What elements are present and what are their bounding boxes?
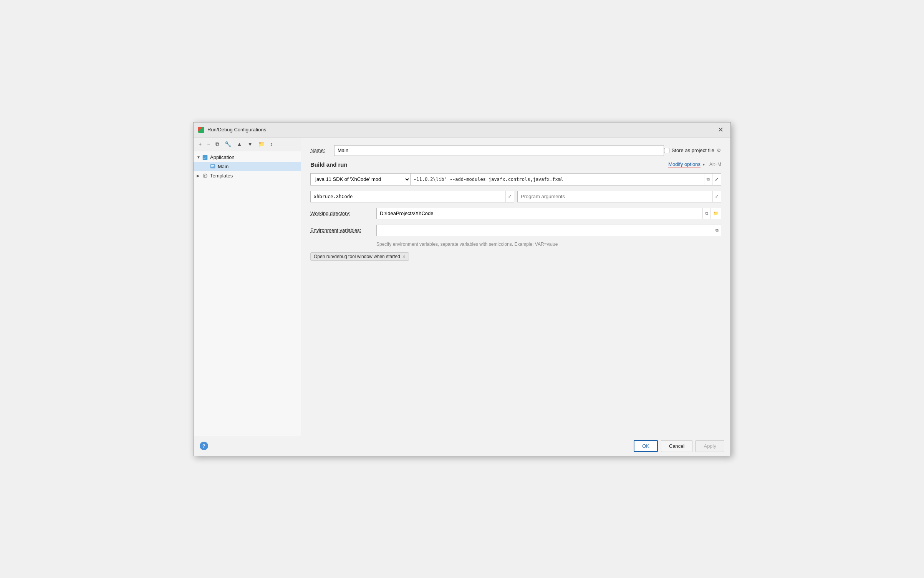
build-run-header-row: Build and run Modify options ▾ Alt+M [310,161,721,168]
main-class-expand-button[interactable]: ⤢ [505,191,514,202]
env-vars-input[interactable] [377,225,713,236]
toggle-application[interactable]: ▼ [197,155,202,159]
open-tool-window-chip: Open run/debug tool window when started … [310,252,409,261]
config-tree: ▼ J Application [194,151,301,436]
store-project-area: Store as project file ⚙ [664,147,721,153]
build-run-label: Build and run [310,161,348,168]
jvm-args-input[interactable] [411,174,704,185]
help-button[interactable]: ? [200,442,208,450]
templates-icon [202,173,208,179]
svg-rect-3 [211,165,214,166]
main-config-icon [210,164,216,170]
env-vars-container: ⧉ [376,225,721,236]
main-label: Main [218,164,229,169]
name-field-label: Name: [310,147,330,153]
jvm-sdk-row: java 11 SDK of 'XhCode' mod ⧉ ⤢ [310,173,721,185]
chip-remove-button[interactable]: × [402,254,406,259]
settings-config-button[interactable]: 🔧 [223,140,233,148]
main-class-container: ⤢ [310,191,514,202]
cancel-button[interactable]: Cancel [661,440,692,452]
dialog-title: Run/Debug Configurations [207,127,266,132]
tree-node-templates[interactable]: ▶ Templates [194,171,301,181]
jvm-sdk-select[interactable]: java 11 SDK of 'XhCode' mod [311,174,411,185]
store-project-checkbox[interactable] [664,148,669,153]
folder-button[interactable]: 📁 [256,140,267,148]
action-buttons: OK Cancel Apply [634,440,724,452]
close-button[interactable]: ✕ [715,126,726,134]
store-gear-icon[interactable]: ⚙ [717,147,721,153]
chip-label: Open run/debug tool window when started [314,254,400,259]
title-bar: Run/Debug Configurations ✕ [194,123,730,137]
app-icon [198,127,204,133]
store-project-label: Store as project file [672,147,714,153]
env-vars-label: Environment variables: [310,227,372,233]
class-args-row: ⤢ ⤢ [310,191,721,202]
main-class-input[interactable] [311,191,505,202]
left-toolbar: + − ⧉ 🔧 ▲ ▼ 📁 ↕ [194,137,301,151]
move-up-button[interactable]: ▲ [235,140,244,148]
working-dir-browse-button[interactable]: 📁 [710,208,721,219]
tree-node-application[interactable]: ▼ J Application [194,153,301,162]
modify-options-row: Modify options ▾ Alt+M [668,161,721,167]
working-dir-row: Working directory: ⧉ 📁 [310,208,721,219]
remove-config-button[interactable]: − [205,140,212,148]
tree-node-main[interactable]: Main [194,162,301,171]
sort-button[interactable]: ↕ [268,140,275,148]
jvm-args-expand-button[interactable]: ⤢ [712,174,721,185]
title-bar-left: Run/Debug Configurations [198,127,266,133]
toggle-templates[interactable]: ▶ [197,174,202,178]
application-label: Application [210,154,235,160]
right-panel: Name: Store as project file ⚙ Build and … [301,137,730,436]
svg-rect-4 [211,166,214,167]
move-down-button[interactable]: ▼ [245,140,255,148]
working-dir-input[interactable] [377,208,702,219]
name-store-row: Name: Store as project file ⚙ [310,145,721,156]
env-vars-expand-button[interactable]: ⧉ [713,225,721,236]
program-args-container: ⤢ [517,191,721,202]
apply-button[interactable]: Apply [695,440,724,452]
copy-config-button[interactable]: ⧉ [214,140,221,149]
ok-button[interactable]: OK [634,440,658,452]
program-args-expand-button[interactable]: ⤢ [712,191,721,202]
working-dir-container: ⧉ 📁 [376,208,721,219]
env-vars-row: Environment variables: ⧉ [310,225,721,236]
add-config-button[interactable]: + [197,140,204,148]
env-vars-hint: Specify environment variables, separate … [376,242,721,247]
run-debug-dialog: Run/Debug Configurations ✕ + − ⧉ 🔧 ▲ ▼ 📁… [193,122,731,456]
alt-m-shortcut: Alt+M [709,162,721,167]
working-dir-copy-button[interactable]: ⧉ [702,208,710,219]
content-area: + − ⧉ 🔧 ▲ ▼ 📁 ↕ ▼ J [194,137,730,436]
modify-options-arrow: ▾ [703,162,705,167]
name-input[interactable] [334,145,664,156]
name-row: Name: [310,145,664,156]
application-icon: J [202,154,208,161]
left-panel: + − ⧉ 🔧 ▲ ▼ 📁 ↕ ▼ J [194,137,301,436]
templates-label: Templates [210,173,233,179]
bottom-bar: ? OK Cancel Apply [194,436,730,456]
chips-row: Open run/debug tool window when started … [310,252,721,261]
modify-options-link[interactable]: Modify options [668,161,700,167]
jvm-args-copy-button[interactable]: ⧉ [704,174,712,185]
program-args-input[interactable] [518,191,712,202]
svg-text:J: J [204,156,205,160]
working-dir-label: Working directory: [310,210,372,216]
